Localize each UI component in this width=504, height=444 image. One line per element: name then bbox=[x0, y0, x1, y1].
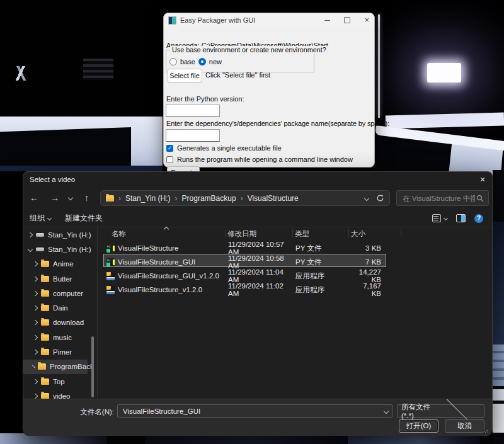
column-header-name[interactable]: 名称 bbox=[112, 229, 126, 239]
dialog-title: Select a video bbox=[30, 176, 75, 183]
recent-locations-icon[interactable] bbox=[68, 195, 73, 200]
sidebar-item-label: music bbox=[53, 334, 72, 341]
radio-new[interactable] bbox=[198, 58, 206, 65]
dependency-input[interactable] bbox=[166, 129, 220, 142]
minimize-icon[interactable] bbox=[324, 20, 330, 21]
column-header-type[interactable]: 类型 bbox=[295, 229, 309, 239]
desktop-video-gray-bars bbox=[83, 59, 113, 80]
single-exe-label: Generates a single executable file bbox=[177, 144, 282, 152]
file-name: VisualFileStructure_v1.2.0 bbox=[118, 286, 228, 293]
sidebar-item-drive-expanded[interactable]: Stan_Yin (H:) bbox=[23, 242, 97, 256]
refresh-icon[interactable] bbox=[376, 194, 384, 202]
sidebar-item-anime[interactable]: Anime bbox=[23, 257, 97, 271]
organize-button[interactable]: 组织 bbox=[30, 213, 51, 224]
radio-base[interactable] bbox=[169, 58, 177, 65]
radio-base-label[interactable]: base bbox=[180, 58, 195, 65]
chevron-right-icon[interactable] bbox=[33, 261, 38, 266]
folder-icon bbox=[41, 334, 49, 341]
file-size: 7,167 KB bbox=[353, 282, 381, 297]
resize-grip[interactable] bbox=[484, 428, 488, 433]
cmd-window-checkbox[interactable] bbox=[166, 156, 173, 163]
navigation-sidebar: Stan_Yin (H:) Stan_Yin (H:) Anime Butter bbox=[23, 227, 97, 399]
search-input[interactable] bbox=[401, 194, 476, 203]
column-header-size[interactable]: 大小 bbox=[351, 229, 365, 239]
filename-input[interactable] bbox=[122, 407, 381, 416]
new-folder-button[interactable]: 新建文件夹 bbox=[65, 213, 103, 224]
desktop-video-vertical-line bbox=[378, 14, 380, 118]
chevron-right-icon[interactable] bbox=[33, 394, 38, 399]
organize-label: 组织 bbox=[30, 213, 45, 224]
chevron-right-icon[interactable] bbox=[33, 305, 38, 310]
dialog-main-area: Stan_Yin (H:) Stan_Yin (H:) Anime Butter bbox=[23, 227, 492, 399]
dialog-titlebar[interactable]: Select a video bbox=[23, 172, 492, 187]
preview-pane-icon[interactable] bbox=[456, 214, 466, 222]
forward-icon[interactable]: → bbox=[50, 192, 59, 203]
filename-combobox[interactable] bbox=[117, 404, 392, 418]
desktop-video-bottom-mid-shape bbox=[145, 435, 346, 444]
crumb-separator: › bbox=[118, 194, 121, 203]
close-icon[interactable]: × bbox=[364, 17, 369, 23]
radio-new-label[interactable]: new bbox=[209, 58, 222, 65]
up-icon[interactable]: ↑ bbox=[84, 192, 89, 203]
sidebar-scrollbar[interactable] bbox=[91, 336, 94, 397]
desktop-video-blue-strip bbox=[0, 166, 163, 171]
search-box[interactable] bbox=[396, 190, 489, 206]
sidebar-item-top[interactable]: Top bbox=[23, 374, 97, 389]
file-row[interactable]: VisualFileStructure_v1.2.0 11/29/2024 11… bbox=[103, 282, 386, 295]
chevron-right-icon[interactable] bbox=[32, 365, 35, 368]
sidebar-item-music[interactable]: music bbox=[23, 330, 97, 344]
file-size: 3 KB bbox=[353, 244, 381, 252]
filetype-combobox[interactable]: 所有文件 (*.*) bbox=[397, 404, 484, 418]
sidebar-item-programbackup[interactable]: ProgramBack bbox=[23, 360, 88, 374]
sidebar-item-computer[interactable]: computer bbox=[23, 286, 97, 300]
breadcrumb-drive[interactable]: Stan_Yin (H:) bbox=[125, 194, 171, 203]
sidebar-item-video[interactable]: video bbox=[23, 389, 97, 399]
breadcrumb-folder[interactable]: ProgramBackup bbox=[182, 194, 236, 203]
folder-icon bbox=[41, 276, 49, 282]
folder-icon bbox=[106, 195, 114, 202]
close-icon[interactable]: × bbox=[477, 174, 488, 185]
chevron-right-icon[interactable] bbox=[33, 350, 38, 355]
chevron-right-icon[interactable] bbox=[28, 232, 33, 237]
cancel-button[interactable]: 取消 bbox=[445, 419, 484, 433]
file-row[interactable]: VisualFileStructure 11/29/2024 10:57 AM … bbox=[103, 240, 386, 253]
sidebar-item-pimer[interactable]: Pimer bbox=[23, 344, 97, 359]
easy-packager-window: Easy Packager with GUI × Anaconda: C:\Pr… bbox=[163, 13, 375, 168]
drive-icon bbox=[36, 248, 44, 251]
chevron-down-icon[interactable] bbox=[28, 247, 33, 252]
address-bar[interactable]: › Stan_Yin (H:) › ProgramBackup › Visual… bbox=[100, 190, 390, 206]
open-button[interactable]: 打开(O) bbox=[399, 419, 438, 433]
chevron-right-icon[interactable] bbox=[33, 291, 38, 296]
chevron-right-icon[interactable] bbox=[33, 334, 38, 339]
address-dropdown-icon[interactable] bbox=[364, 195, 369, 200]
file-date: 11/29/2024 11:02 AM bbox=[228, 282, 295, 297]
sidebar-item-label: Pimer bbox=[53, 348, 72, 356]
chevron-right-icon[interactable] bbox=[33, 320, 38, 325]
sort-ascending-icon bbox=[164, 227, 169, 232]
cmd-window-label: Runs the program while opening a command… bbox=[177, 156, 353, 163]
breadcrumb-current[interactable]: VisualStructure bbox=[248, 194, 299, 203]
file-row[interactable]: VisualFileStructure_GUI_v1.2.0 11/29/202… bbox=[103, 268, 386, 281]
sidebar-item-dain[interactable]: Dain bbox=[23, 300, 97, 315]
view-mode-button[interactable] bbox=[432, 214, 447, 222]
chevron-right-icon[interactable] bbox=[33, 379, 38, 384]
dialog-footer: 文件名(N): 所有文件 (*.*) 打开(O) 取消 bbox=[23, 399, 492, 436]
dialog-toolbar: 组织 新建文件夹 ? bbox=[23, 210, 492, 227]
single-exe-checkbox[interactable]: ✓ bbox=[166, 145, 173, 152]
file-size: 7 KB bbox=[353, 258, 381, 266]
select-video-dialog: Select a video × ← → ↑ › Stan_Yin (H:) ›… bbox=[23, 171, 493, 435]
select-file-button[interactable]: Select file bbox=[167, 69, 202, 83]
python-version-input[interactable] bbox=[166, 105, 220, 117]
maximize-icon[interactable] bbox=[344, 17, 350, 23]
back-icon[interactable]: ← bbox=[30, 192, 38, 203]
sidebar-item-drive-collapsed[interactable]: Stan_Yin (H:) bbox=[23, 227, 97, 242]
help-icon[interactable]: ? bbox=[474, 214, 483, 223]
sidebar-item-label: Stan_Yin (H:) bbox=[48, 246, 91, 253]
sidebar-item-download[interactable]: download bbox=[23, 316, 97, 330]
navigation-bar: ← → ↑ › Stan_Yin (H:) › ProgramBackup › … bbox=[23, 187, 492, 210]
sidebar-item-butter[interactable]: Butter bbox=[23, 271, 97, 286]
file-row-selected[interactable]: VisualFileStructure_GUI 11/29/2024 10:58… bbox=[103, 254, 386, 267]
chevron-right-icon[interactable] bbox=[33, 276, 38, 281]
chevron-down-icon[interactable] bbox=[384, 408, 389, 413]
column-header-date[interactable]: 修改日期 bbox=[227, 229, 256, 239]
